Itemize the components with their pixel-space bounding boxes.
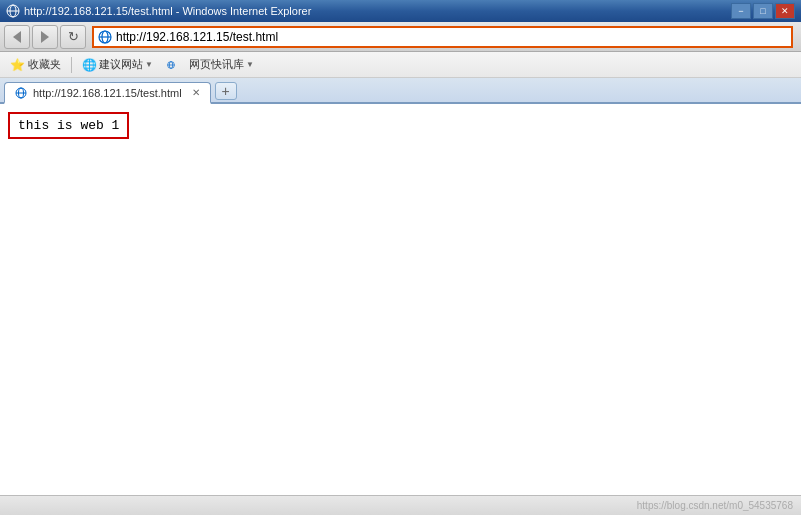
web-content-text: this is web 1 <box>18 118 119 133</box>
forward-button[interactable] <box>32 25 58 49</box>
chevron-down-icon: ▼ <box>145 60 153 69</box>
web-content-box: this is web 1 <box>8 112 129 139</box>
address-input[interactable] <box>116 30 787 44</box>
separator <box>71 57 72 73</box>
content-area: this is web 1 <box>0 104 801 515</box>
tab-url-label: http://192.168.121.15/test.html <box>33 87 182 99</box>
navigation-bar: ↻ <box>0 22 801 52</box>
tab-bar: http://192.168.121.15/test.html ✕ + <box>0 78 801 104</box>
tab-ie-icon <box>15 87 27 99</box>
close-button[interactable]: ✕ <box>775 3 795 19</box>
ie-icon-fav <box>163 57 179 73</box>
suggested-sites-button[interactable]: 🌐 建议网站 ▼ <box>78 55 157 74</box>
new-tab-button[interactable]: + <box>215 82 237 100</box>
reload-button[interactable]: ↻ <box>60 25 86 49</box>
suggested-label: 建议网站 <box>99 57 143 72</box>
svg-marker-3 <box>13 31 21 43</box>
address-bar[interactable] <box>92 26 793 48</box>
back-button[interactable] <box>4 25 30 49</box>
web-feed-button[interactable]: 网页快讯库 ▼ <box>185 55 258 74</box>
active-tab[interactable]: http://192.168.121.15/test.html ✕ <box>4 82 211 104</box>
favorites-label: 收藏夹 <box>28 57 61 72</box>
star-icon: ⭐ <box>10 58 25 72</box>
favorites-button[interactable]: ⭐ 收藏夹 <box>6 55 65 74</box>
suggested-icon: 🌐 <box>82 58 97 72</box>
tab-close-icon[interactable]: ✕ <box>192 87 200 98</box>
window-controls: − □ ✕ <box>731 3 795 19</box>
minimize-button[interactable]: − <box>731 3 751 19</box>
address-ie-icon <box>98 30 112 44</box>
web-feed-label: 网页快讯库 <box>189 57 244 72</box>
status-bar: https://blog.csdn.net/m0_54535768 <box>0 495 801 515</box>
favorites-bar: ⭐ 收藏夹 🌐 建议网站 ▼ 网页快讯库 ▼ <box>0 52 801 78</box>
ie-title-icon <box>6 4 20 18</box>
title-bar: http://192.168.121.15/test.html - Window… <box>0 0 801 22</box>
maximize-button[interactable]: □ <box>753 3 773 19</box>
window-title: http://192.168.121.15/test.html - Window… <box>24 5 731 17</box>
watermark-text: https://blog.csdn.net/m0_54535768 <box>637 500 793 511</box>
svg-marker-4 <box>41 31 49 43</box>
feed-chevron-icon: ▼ <box>246 60 254 69</box>
